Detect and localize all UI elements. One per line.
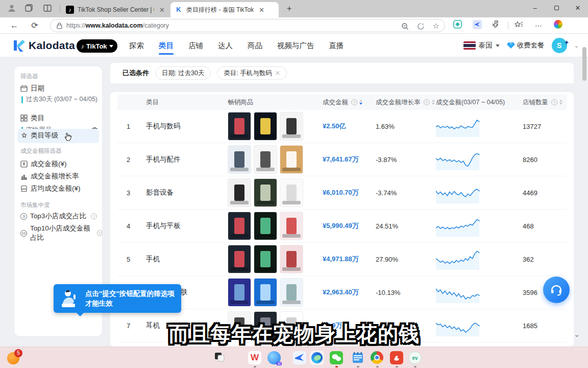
product-thumbnail[interactable] <box>280 178 303 207</box>
wechat-icon[interactable] <box>330 351 343 364</box>
window-restore-button[interactable] <box>546 0 567 16</box>
extension-bird-icon[interactable] <box>473 20 484 31</box>
product-thumbnail[interactable] <box>254 145 277 174</box>
ev-capture-icon[interactable]: ev <box>408 351 422 364</box>
table-row[interactable]: 3 影音设备 ¥6,010.70万 -3.74% 4469 <box>117 176 567 210</box>
product-thumbnail[interactable] <box>280 212 303 240</box>
product-thumbnail[interactable] <box>280 278 303 307</box>
tab-tiktok-seller-center[interactable]: ♪ TikTok Shop Seller Center | Cross ✕ <box>62 2 169 17</box>
avatar[interactable]: S✦ <box>552 38 567 53</box>
sort-icons[interactable] <box>559 100 562 105</box>
chip-category[interactable]: 类目: 手机与数码✕ <box>217 66 287 80</box>
refresh-icon[interactable]: ⟳ <box>29 19 41 32</box>
notification-blob[interactable]: 5 <box>7 350 21 364</box>
product-thumbnail[interactable] <box>280 112 303 141</box>
favorites-bar-icon[interactable] <box>514 20 526 31</box>
product-thumbnail[interactable] <box>228 145 251 174</box>
support-headset-button[interactable] <box>543 277 570 303</box>
favorite-star-icon[interactable]: ☆ <box>433 21 439 31</box>
header-amount[interactable]: 成交金额? <box>323 98 376 107</box>
product-thumbnail[interactable] <box>228 112 251 141</box>
sort-icons[interactable] <box>359 100 362 105</box>
table-row[interactable]: 2 手机与配件 ¥7,641.67万 -3.87% 8260 <box>117 143 567 176</box>
product-thumbnail[interactable] <box>280 245 303 273</box>
product-thumbnail[interactable] <box>254 178 277 207</box>
header-shops[interactable]: 店铺数量? <box>523 98 564 107</box>
kalodata-logo[interactable]: Kalodata <box>12 39 75 52</box>
address-bar[interactable]: https://www.kalodata.com/category ☆ <box>50 19 445 32</box>
task-view-icon[interactable] <box>213 351 227 364</box>
filter-category-level[interactable]: 类目等级 <box>20 131 58 140</box>
help-icon[interactable]: ? <box>97 230 102 236</box>
product-thumbnail[interactable] <box>254 278 277 307</box>
category-name[interactable]: 手机 <box>146 255 228 264</box>
nav-creator[interactable]: 达人 <box>218 35 233 57</box>
sort-icons[interactable] <box>432 100 435 105</box>
wps-icon[interactable]: W <box>248 351 261 364</box>
window-close-button[interactable]: ✕ <box>568 0 588 16</box>
nav-product[interactable]: 商品 <box>248 35 262 57</box>
page-scrollbar-thumb[interactable] <box>582 47 586 81</box>
header-growth[interactable]: 成交金额增长率? <box>376 98 436 107</box>
filter-category[interactable]: 类目 <box>20 113 44 123</box>
profile-icon[interactable] <box>7 4 17 14</box>
edge-icon[interactable] <box>310 351 324 364</box>
copilot-icon[interactable] <box>552 20 564 31</box>
table-row[interactable]: 1 手机与数码 ¥2.50亿 1.63% 13727 <box>117 110 567 143</box>
product-thumbnail[interactable] <box>228 212 251 240</box>
translate-icon[interactable] <box>417 22 425 30</box>
back-icon[interactable]: ← <box>8 19 20 32</box>
pricing-plan-link[interactable]: 收费套餐 <box>507 41 545 50</box>
new-tab-button[interactable]: + <box>287 4 291 13</box>
split-tab-icon[interactable] <box>43 4 53 14</box>
help-icon[interactable]: ? <box>551 99 557 105</box>
filter-amount[interactable]: 成交金额(¥) <box>20 159 67 169</box>
filter-top10-share[interactable]: 10 Top10小店成交金额占比 ? <box>20 224 102 242</box>
red-app-icon[interactable] <box>390 351 403 364</box>
window-minimize-button[interactable]: – <box>525 0 545 16</box>
help-icon[interactable]: ? <box>351 99 357 105</box>
filter-growth-rate[interactable]: 成交金额增长率 <box>20 172 79 181</box>
thunder-icon[interactable] <box>293 351 306 364</box>
tiktok-region-dropdown[interactable]: ♪ TikTok <box>77 39 117 53</box>
table-row[interactable]: 4 手机与平板 ¥5,990.49万 24.51% 468 <box>117 210 567 243</box>
product-thumbnail[interactable] <box>254 212 277 240</box>
category-name[interactable]: 手机与平板 <box>146 221 228 231</box>
filter-avg-shop-amount[interactable]: 店均成交金额(¥) <box>20 184 81 193</box>
nav-shop[interactable]: 店铺 <box>188 35 203 57</box>
nav-live[interactable]: 直播 <box>329 35 344 57</box>
product-thumbnail[interactable] <box>228 245 251 273</box>
help-icon[interactable]: ? <box>91 213 97 219</box>
product-thumbnail[interactable] <box>254 112 277 141</box>
chevron-down-icon[interactable]: ⌄ <box>574 42 579 49</box>
tab-kalodata-category[interactable]: K 类目排行榜 - 泰国 TikTok ✕ <box>170 2 279 17</box>
filter-date[interactable]: 日期 <box>20 84 44 93</box>
table-row[interactable]: 5 手机 ¥4,971.88万 27.90% 362 <box>117 243 567 276</box>
table-row[interactable]: 6 保护膜、皮肤 ¥2,963.40万 -10.13% 3596 <box>117 276 567 309</box>
tab-close-icon[interactable]: ✕ <box>159 6 165 14</box>
tab-close-icon[interactable]: ✕ <box>259 6 264 14</box>
nav-video-ads[interactable]: 视频与广告 <box>277 35 314 57</box>
chip-close-icon[interactable]: ✕ <box>275 70 280 77</box>
chrome-icon[interactable] <box>371 351 384 364</box>
quark-ai-icon[interactable]: AI <box>267 351 281 364</box>
chip-date[interactable]: 日期: 过去30天 <box>155 66 211 80</box>
product-thumbnail[interactable] <box>280 145 303 174</box>
product-thumbnail[interactable] <box>228 178 251 207</box>
nav-explore[interactable]: 探索 <box>129 35 144 57</box>
notes-icon[interactable] <box>351 351 364 364</box>
zoom-out-icon[interactable] <box>401 22 409 30</box>
workspaces-icon[interactable] <box>24 4 35 14</box>
extension-teal-icon[interactable] <box>453 20 464 31</box>
help-icon[interactable]: ? <box>424 99 430 105</box>
nav-category[interactable]: 类目 <box>159 35 174 57</box>
category-name[interactable]: 手机与配件 <box>146 155 228 164</box>
region-selector[interactable]: 泰国 <box>479 41 493 50</box>
category-name[interactable]: 影音设备 <box>146 188 228 197</box>
product-thumbnail[interactable] <box>228 278 251 307</box>
filter-top3-share[interactable]: 3 Top3小店成交占比 ? <box>20 212 97 221</box>
category-name[interactable]: 手机与数码 <box>146 122 228 131</box>
extensions-puzzle-icon[interactable] <box>492 20 503 31</box>
more-options-icon[interactable]: ⋯ <box>533 20 544 31</box>
product-thumbnail[interactable] <box>254 245 277 273</box>
